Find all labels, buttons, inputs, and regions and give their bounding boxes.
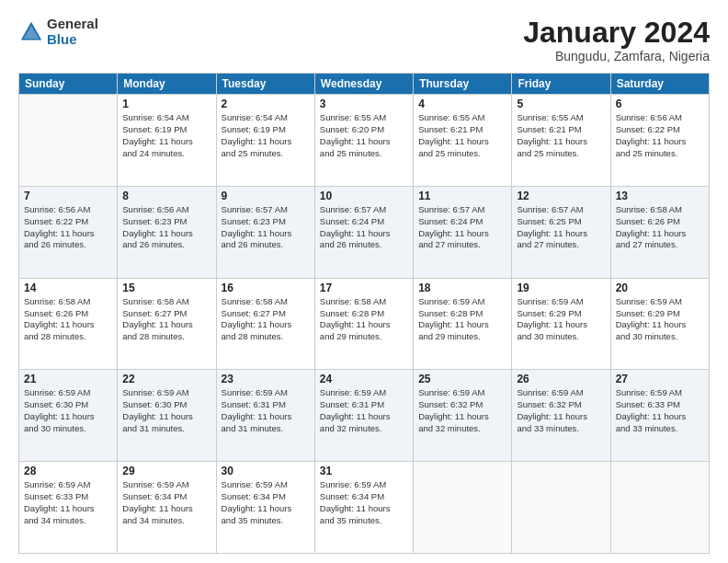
day-cell: 26Sunrise: 6:59 AMSunset: 6:32 PMDayligh… (512, 370, 610, 462)
day-cell (610, 462, 709, 554)
day-number: 8 (122, 190, 210, 202)
day-info: Sunrise: 6:59 AMSunset: 6:30 PMDaylight:… (24, 387, 112, 434)
day-cell: 18Sunrise: 6:59 AMSunset: 6:28 PMDayligh… (414, 278, 512, 370)
day-cell: 7Sunrise: 6:56 AMSunset: 6:22 PMDaylight… (19, 186, 118, 278)
day-number: 2 (222, 98, 310, 110)
logo-text: General Blue (47, 17, 98, 47)
day-info: Sunrise: 6:59 AMSunset: 6:29 PMDaylight:… (517, 296, 605, 343)
day-number: 29 (122, 465, 210, 477)
day-info: Sunrise: 6:57 AMSunset: 6:24 PMDaylight:… (418, 204, 506, 251)
day-info: Sunrise: 6:58 AMSunset: 6:26 PMDaylight:… (24, 296, 112, 343)
day-cell: 25Sunrise: 6:59 AMSunset: 6:32 PMDayligh… (414, 370, 512, 462)
day-info: Sunrise: 6:54 AMSunset: 6:19 PMDaylight:… (222, 112, 310, 159)
day-info: Sunrise: 6:54 AMSunset: 6:19 PMDaylight:… (122, 112, 210, 159)
day-info: Sunrise: 6:57 AMSunset: 6:23 PMDaylight:… (222, 204, 310, 251)
header-row: SundayMondayTuesdayWednesdayThursdayFrid… (19, 74, 710, 95)
day-cell: 23Sunrise: 6:59 AMSunset: 6:31 PMDayligh… (216, 370, 314, 462)
day-cell: 9Sunrise: 6:57 AMSunset: 6:23 PMDaylight… (216, 186, 314, 278)
day-info: Sunrise: 6:55 AMSunset: 6:21 PMDaylight:… (517, 112, 605, 159)
day-number: 25 (418, 373, 506, 385)
day-cell: 2Sunrise: 6:54 AMSunset: 6:19 PMDaylight… (216, 95, 314, 187)
day-cell: 28Sunrise: 6:59 AMSunset: 6:33 PMDayligh… (19, 462, 118, 554)
day-cell (19, 95, 118, 187)
day-number: 5 (517, 98, 605, 110)
day-number: 13 (616, 190, 704, 202)
day-info: Sunrise: 6:55 AMSunset: 6:20 PMDaylight:… (320, 112, 408, 159)
day-cell: 17Sunrise: 6:58 AMSunset: 6:28 PMDayligh… (314, 278, 413, 370)
header-cell-monday: Monday (118, 74, 216, 95)
day-cell: 4Sunrise: 6:55 AMSunset: 6:21 PMDaylight… (414, 95, 512, 187)
day-cell: 1Sunrise: 6:54 AMSunset: 6:19 PMDaylight… (118, 95, 216, 187)
day-number: 31 (320, 465, 408, 477)
day-info: Sunrise: 6:59 AMSunset: 6:34 PMDaylight:… (122, 479, 210, 526)
day-number: 7 (24, 190, 112, 202)
week-row-4: 21Sunrise: 6:59 AMSunset: 6:30 PMDayligh… (19, 370, 710, 462)
day-info: Sunrise: 6:57 AMSunset: 6:24 PMDaylight:… (320, 204, 408, 251)
day-cell: 20Sunrise: 6:59 AMSunset: 6:29 PMDayligh… (610, 278, 709, 370)
page: General Blue January 2024 Bungudu, Zamfa… (0, 0, 728, 563)
day-cell (414, 462, 512, 554)
day-info: Sunrise: 6:59 AMSunset: 6:29 PMDaylight:… (616, 296, 704, 343)
subtitle: Bungudu, Zamfara, Nigeria (523, 49, 710, 63)
day-cell: 12Sunrise: 6:57 AMSunset: 6:25 PMDayligh… (512, 186, 610, 278)
day-number: 3 (320, 98, 408, 110)
logo: General Blue (18, 17, 98, 47)
day-cell: 15Sunrise: 6:58 AMSunset: 6:27 PMDayligh… (118, 278, 216, 370)
day-info: Sunrise: 6:58 AMSunset: 6:27 PMDaylight:… (122, 296, 210, 343)
day-number: 11 (418, 190, 506, 202)
logo-blue: Blue (47, 32, 98, 48)
day-info: Sunrise: 6:58 AMSunset: 6:28 PMDaylight:… (320, 296, 408, 343)
header-cell-friday: Friday (512, 74, 610, 95)
day-cell: 5Sunrise: 6:55 AMSunset: 6:21 PMDaylight… (512, 95, 610, 187)
header-cell-tuesday: Tuesday (216, 74, 314, 95)
calendar-table: SundayMondayTuesdayWednesdayThursdayFrid… (18, 73, 710, 554)
month-title: January 2024 (523, 17, 710, 49)
day-info: Sunrise: 6:57 AMSunset: 6:25 PMDaylight:… (517, 204, 605, 251)
header-cell-thursday: Thursday (414, 74, 512, 95)
day-cell (512, 462, 610, 554)
day-cell: 16Sunrise: 6:58 AMSunset: 6:27 PMDayligh… (216, 278, 314, 370)
day-info: Sunrise: 6:59 AMSunset: 6:32 PMDaylight:… (418, 387, 506, 434)
day-cell: 6Sunrise: 6:56 AMSunset: 6:22 PMDaylight… (610, 95, 709, 187)
day-number: 12 (517, 190, 605, 202)
day-number: 1 (122, 98, 210, 110)
day-info: Sunrise: 6:56 AMSunset: 6:22 PMDaylight:… (616, 112, 704, 159)
day-cell: 24Sunrise: 6:59 AMSunset: 6:31 PMDayligh… (314, 370, 413, 462)
day-info: Sunrise: 6:59 AMSunset: 6:32 PMDaylight:… (517, 387, 605, 434)
day-info: Sunrise: 6:58 AMSunset: 6:27 PMDaylight:… (222, 296, 310, 343)
day-number: 19 (517, 282, 605, 294)
day-info: Sunrise: 6:55 AMSunset: 6:21 PMDaylight:… (418, 112, 506, 159)
day-cell: 8Sunrise: 6:56 AMSunset: 6:23 PMDaylight… (118, 186, 216, 278)
day-number: 30 (222, 465, 310, 477)
week-row-5: 28Sunrise: 6:59 AMSunset: 6:33 PMDayligh… (19, 462, 710, 554)
day-cell: 3Sunrise: 6:55 AMSunset: 6:20 PMDaylight… (314, 95, 413, 187)
day-number: 4 (418, 98, 506, 110)
day-number: 15 (122, 282, 210, 294)
title-block: January 2024 Bungudu, Zamfara, Nigeria (523, 17, 710, 63)
day-info: Sunrise: 6:59 AMSunset: 6:33 PMDaylight:… (616, 387, 704, 434)
day-info: Sunrise: 6:59 AMSunset: 6:31 PMDaylight:… (320, 387, 408, 434)
header-cell-saturday: Saturday (610, 74, 709, 95)
day-cell: 29Sunrise: 6:59 AMSunset: 6:34 PMDayligh… (118, 462, 216, 554)
day-number: 22 (122, 373, 210, 385)
day-cell: 31Sunrise: 6:59 AMSunset: 6:34 PMDayligh… (314, 462, 413, 554)
day-number: 26 (517, 373, 605, 385)
day-cell: 22Sunrise: 6:59 AMSunset: 6:30 PMDayligh… (118, 370, 216, 462)
day-number: 17 (320, 282, 408, 294)
header-cell-wednesday: Wednesday (314, 74, 413, 95)
day-number: 23 (222, 373, 310, 385)
day-number: 10 (320, 190, 408, 202)
day-number: 14 (24, 282, 112, 294)
day-cell: 21Sunrise: 6:59 AMSunset: 6:30 PMDayligh… (19, 370, 118, 462)
day-number: 16 (222, 282, 310, 294)
day-info: Sunrise: 6:59 AMSunset: 6:34 PMDaylight:… (222, 479, 310, 526)
week-row-2: 7Sunrise: 6:56 AMSunset: 6:22 PMDaylight… (19, 186, 710, 278)
day-number: 21 (24, 373, 112, 385)
day-number: 27 (616, 373, 704, 385)
logo-general: General (47, 17, 98, 32)
day-cell: 11Sunrise: 6:57 AMSunset: 6:24 PMDayligh… (414, 186, 512, 278)
day-number: 9 (222, 190, 310, 202)
day-info: Sunrise: 6:59 AMSunset: 6:28 PMDaylight:… (418, 296, 506, 343)
day-info: Sunrise: 6:58 AMSunset: 6:26 PMDaylight:… (616, 204, 704, 251)
day-info: Sunrise: 6:56 AMSunset: 6:22 PMDaylight:… (24, 204, 112, 251)
